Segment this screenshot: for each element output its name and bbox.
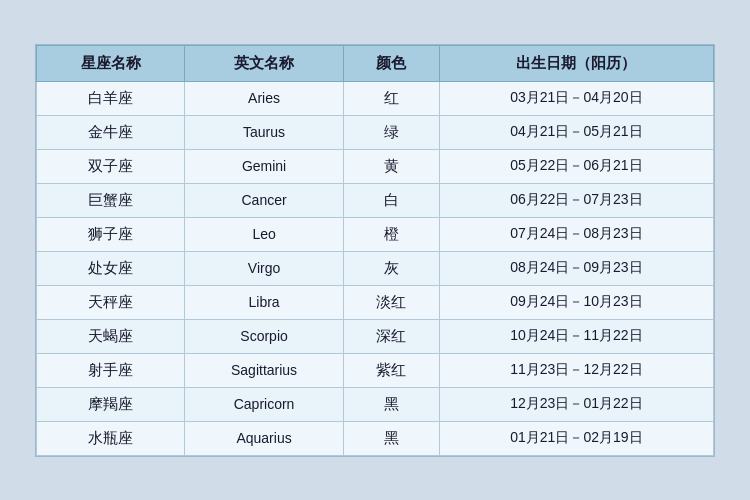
cell-3-3: 06月22日－07月23日 [439,183,713,217]
cell-0-3: 03月21日－04月20日 [439,81,713,115]
cell-10-1: Aquarius [185,421,344,455]
cell-5-0: 处女座 [37,251,185,285]
cell-1-1: Taurus [185,115,344,149]
table-row: 狮子座Leo橙07月24日－08月23日 [37,217,714,251]
cell-1-2: 绿 [343,115,439,149]
header-col-2: 颜色 [343,45,439,81]
cell-7-0: 天蝎座 [37,319,185,353]
cell-2-0: 双子座 [37,149,185,183]
cell-4-2: 橙 [343,217,439,251]
table-row: 双子座Gemini黄05月22日－06月21日 [37,149,714,183]
table-row: 巨蟹座Cancer白06月22日－07月23日 [37,183,714,217]
cell-7-3: 10月24日－11月22日 [439,319,713,353]
cell-3-0: 巨蟹座 [37,183,185,217]
cell-0-2: 红 [343,81,439,115]
cell-3-1: Cancer [185,183,344,217]
cell-5-3: 08月24日－09月23日 [439,251,713,285]
cell-8-0: 射手座 [37,353,185,387]
cell-7-1: Scorpio [185,319,344,353]
cell-6-0: 天秤座 [37,285,185,319]
cell-2-3: 05月22日－06月21日 [439,149,713,183]
cell-10-3: 01月21日－02月19日 [439,421,713,455]
table-row: 水瓶座Aquarius黑01月21日－02月19日 [37,421,714,455]
cell-6-1: Libra [185,285,344,319]
cell-3-2: 白 [343,183,439,217]
zodiac-table-container: 星座名称英文名称颜色出生日期（阳历） 白羊座Aries红03月21日－04月20… [35,44,715,457]
cell-4-1: Leo [185,217,344,251]
table-row: 射手座Sagittarius紫红11月23日－12月22日 [37,353,714,387]
cell-4-0: 狮子座 [37,217,185,251]
cell-8-2: 紫红 [343,353,439,387]
cell-9-0: 摩羯座 [37,387,185,421]
cell-2-1: Gemini [185,149,344,183]
cell-9-2: 黑 [343,387,439,421]
cell-9-3: 12月23日－01月22日 [439,387,713,421]
cell-5-1: Virgo [185,251,344,285]
table-row: 天蝎座Scorpio深红10月24日－11月22日 [37,319,714,353]
header-col-1: 英文名称 [185,45,344,81]
cell-8-1: Sagittarius [185,353,344,387]
cell-10-0: 水瓶座 [37,421,185,455]
cell-5-2: 灰 [343,251,439,285]
cell-4-3: 07月24日－08月23日 [439,217,713,251]
cell-0-0: 白羊座 [37,81,185,115]
cell-1-3: 04月21日－05月21日 [439,115,713,149]
cell-9-1: Capricorn [185,387,344,421]
table-row: 白羊座Aries红03月21日－04月20日 [37,81,714,115]
cell-0-1: Aries [185,81,344,115]
table-header-row: 星座名称英文名称颜色出生日期（阳历） [37,45,714,81]
table-row: 摩羯座Capricorn黑12月23日－01月22日 [37,387,714,421]
table-row: 天秤座Libra淡红09月24日－10月23日 [37,285,714,319]
zodiac-table: 星座名称英文名称颜色出生日期（阳历） 白羊座Aries红03月21日－04月20… [36,45,714,456]
cell-10-2: 黑 [343,421,439,455]
table-row: 金牛座Taurus绿04月21日－05月21日 [37,115,714,149]
cell-6-3: 09月24日－10月23日 [439,285,713,319]
table-body: 白羊座Aries红03月21日－04月20日金牛座Taurus绿04月21日－0… [37,81,714,455]
cell-1-0: 金牛座 [37,115,185,149]
header-col-3: 出生日期（阳历） [439,45,713,81]
table-row: 处女座Virgo灰08月24日－09月23日 [37,251,714,285]
cell-8-3: 11月23日－12月22日 [439,353,713,387]
cell-7-2: 深红 [343,319,439,353]
header-col-0: 星座名称 [37,45,185,81]
cell-6-2: 淡红 [343,285,439,319]
cell-2-2: 黄 [343,149,439,183]
